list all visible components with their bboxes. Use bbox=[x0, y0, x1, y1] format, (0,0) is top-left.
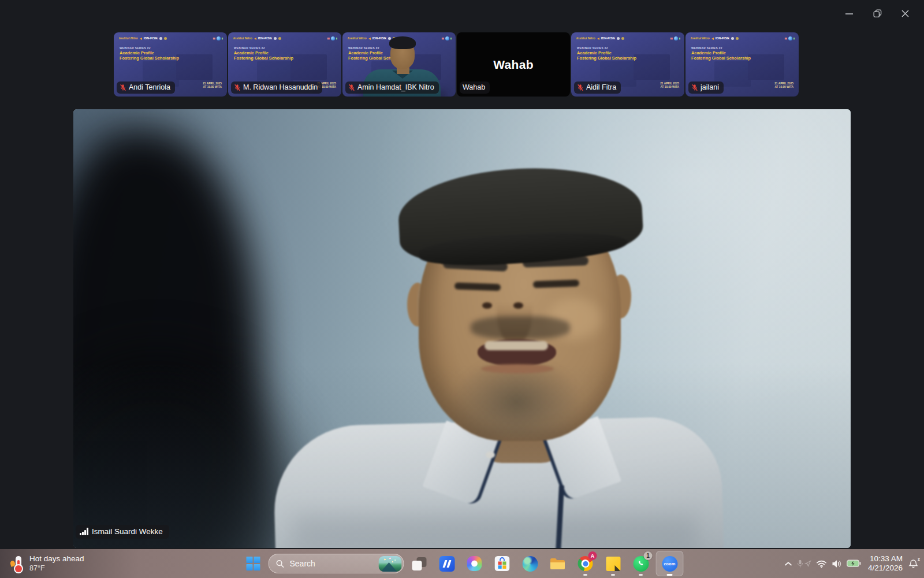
battery-charging-icon bbox=[847, 560, 861, 568]
banner-emblem-icon bbox=[159, 37, 162, 40]
mic-in-use-icon bbox=[797, 560, 803, 568]
tray-mic-location-group[interactable] bbox=[797, 560, 811, 568]
file-explorer-icon bbox=[550, 557, 566, 570]
start-button[interactable] bbox=[241, 551, 266, 576]
weather-temperature: 87°F bbox=[29, 564, 84, 573]
edge-icon bbox=[522, 556, 538, 572]
bell-do-not-disturb-icon bbox=[908, 559, 918, 569]
system-tray: 10:33 AM 4/21/2026 z bbox=[784, 549, 921, 578]
running-indicator bbox=[611, 574, 615, 576]
microsoft-store-button[interactable] bbox=[490, 551, 515, 576]
restore-icon bbox=[873, 9, 882, 18]
participant-name-label: Wahab bbox=[460, 81, 490, 94]
search-highlight-image[interactable] bbox=[379, 556, 402, 572]
speaker-icon bbox=[832, 560, 842, 568]
zoom-app-icon: zoom bbox=[662, 556, 677, 572]
participant-tile-jailani[interactable]: Institut NitroIDN-FISIk▮▮▮ WEBINAR SERIE… bbox=[685, 32, 799, 97]
chrome-browser-button[interactable]: A bbox=[573, 551, 598, 576]
participant-strip: Institut Nitro IDN-FISIk ▮▮▮ WEBINAR SER… bbox=[114, 32, 799, 97]
banner-series: WEBINAR SERIES #2 bbox=[120, 47, 151, 50]
search-placeholder: Search bbox=[290, 559, 315, 568]
participant-name-label: Andi Tenriola bbox=[117, 81, 175, 94]
participant-tile-aidil-fitra[interactable]: Institut NitroIDN-FISIk▮▮▮ WEBINAR SERIE… bbox=[571, 32, 684, 97]
clock-time: 10:33 AM bbox=[870, 554, 903, 564]
file-explorer-button[interactable] bbox=[545, 551, 571, 576]
whatsapp-button[interactable]: 1 bbox=[628, 551, 654, 576]
speaker-name-label: Ismail Suardi Wekke bbox=[76, 525, 169, 539]
mic-muted-icon bbox=[120, 84, 126, 91]
participant-tile-m-ridwan[interactable]: Institut NitroIDN-FISIk▮▮▮ WEBINAR SERIE… bbox=[228, 32, 341, 97]
chevron-up-icon bbox=[784, 561, 792, 566]
copilot-app-button[interactable] bbox=[462, 551, 487, 576]
wifi-icon bbox=[816, 560, 827, 568]
close-icon bbox=[901, 9, 910, 18]
zoom-meeting-window: Institut Nitro IDN-FISIk ▮▮▮ WEBINAR SER… bbox=[0, 0, 924, 578]
whatsapp-badge: 1 bbox=[644, 551, 653, 560]
running-indicator bbox=[639, 574, 643, 576]
sticky-notes-button[interactable] bbox=[601, 551, 626, 576]
mic-muted-icon bbox=[234, 84, 241, 91]
globe-icon bbox=[217, 36, 221, 40]
mic-muted-icon bbox=[577, 84, 584, 91]
thermometer-icon bbox=[10, 555, 24, 572]
participant-tile-amin-hamdat[interactable]: Institut NitroIDN-FISIk▮▮▮ WEBINAR SERIE… bbox=[342, 32, 456, 97]
running-indicator bbox=[583, 574, 587, 576]
sticky-notes-icon bbox=[606, 557, 620, 571]
participant-name-label: Aidil Fitra bbox=[574, 81, 621, 94]
search-icon bbox=[276, 560, 285, 568]
chrome-profile-badge: A bbox=[588, 551, 597, 560]
restore-button[interactable] bbox=[867, 5, 887, 22]
banner-date: 21 APRIL 2025 AT 10.00 WITA bbox=[203, 82, 222, 89]
location-in-use-icon bbox=[804, 560, 811, 567]
do-not-disturb-z: z bbox=[918, 557, 920, 562]
task-view-button[interactable] bbox=[407, 551, 432, 576]
task-view-icon bbox=[412, 557, 426, 570]
copilot-icon bbox=[467, 556, 482, 571]
audio-level-icon bbox=[80, 528, 88, 535]
tray-overflow-chevron[interactable] bbox=[784, 561, 792, 566]
banner-org-left: Institut Nitro bbox=[119, 37, 138, 40]
video-vignette bbox=[73, 109, 851, 548]
mic-muted-icon bbox=[348, 84, 355, 91]
mic-muted-icon bbox=[691, 84, 698, 91]
globe-icon bbox=[331, 36, 335, 40]
globe-icon bbox=[674, 36, 678, 40]
windows-logo-icon bbox=[247, 557, 260, 570]
banner-emblem-icon bbox=[164, 37, 167, 40]
banner-org-mid: IDN-FISIk bbox=[144, 37, 158, 40]
banner-arrow-glyph bbox=[140, 38, 142, 40]
participant-tile-wahab[interactable]: Wahab Wahab bbox=[457, 32, 570, 97]
main-speaker-video[interactable]: Ismail Suardi Wekke bbox=[73, 109, 851, 548]
edge-browser-button[interactable] bbox=[517, 551, 543, 576]
clock-date: 4/21/2026 bbox=[868, 564, 903, 573]
minimize-icon bbox=[845, 9, 854, 18]
zoom-app-button[interactable]: zoom bbox=[656, 551, 684, 576]
banner-sponsor-text: ▮ bbox=[222, 38, 223, 40]
search-box[interactable]: Search bbox=[269, 554, 404, 573]
weather-widget[interactable]: Hot days ahead 87°F bbox=[6, 549, 89, 578]
globe-icon bbox=[788, 36, 792, 40]
notification-center-button[interactable]: z bbox=[908, 559, 918, 569]
window-controls bbox=[840, 5, 915, 22]
participant-tile-andi-tenriola[interactable]: Institut Nitro IDN-FISIk ▮▮▮ WEBINAR SER… bbox=[114, 32, 227, 97]
running-indicator bbox=[667, 574, 673, 576]
microsoft-store-icon bbox=[495, 556, 510, 571]
wifi-tray-button[interactable] bbox=[816, 560, 827, 568]
windows-taskbar: Hot days ahead 87°F Search bbox=[0, 549, 924, 578]
double-slash-app-icon bbox=[439, 556, 454, 572]
weather-headline: Hot days ahead bbox=[29, 554, 84, 564]
taskbar-center: Search bbox=[241, 549, 684, 578]
banner-sponsor-text: ▮▮ bbox=[213, 38, 215, 40]
participant-name-label: M. Ridwan Hasanuddin bbox=[231, 81, 322, 94]
clipchamp-app-button[interactable] bbox=[434, 551, 460, 576]
participant-name-label: jailani bbox=[688, 81, 724, 94]
volume-tray-button[interactable] bbox=[832, 560, 842, 568]
tray-clock[interactable]: 10:33 AM 4/21/2026 bbox=[868, 554, 903, 573]
close-button[interactable] bbox=[895, 5, 915, 22]
banner-title: Academic Profile Fostering Global Schola… bbox=[120, 51, 179, 61]
minimize-button[interactable] bbox=[840, 5, 859, 22]
battery-tray-button[interactable] bbox=[847, 560, 861, 568]
participant-name-label: Amin Hamdat_IBK Nitro bbox=[345, 81, 439, 94]
